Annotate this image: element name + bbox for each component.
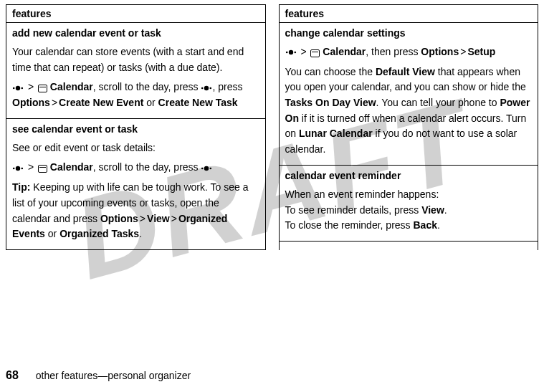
svg-point-0 <box>16 85 20 90</box>
body-change: You can choose the Default View that app… <box>285 64 533 158</box>
section-reminder: calendar event reminder When an event re… <box>280 166 538 242</box>
gt: > <box>27 81 35 92</box>
setup-label: Setup <box>467 46 495 57</box>
options-label: Options <box>421 46 459 57</box>
period: . <box>437 219 440 231</box>
nav-key-icon <box>12 84 24 92</box>
view-label: View <box>147 213 170 224</box>
period: . <box>444 204 447 216</box>
then: , then press <box>366 46 421 57</box>
calendar-icon <box>38 85 47 92</box>
svg-point-1 <box>13 87 15 89</box>
path-add: > Calendar, scroll to the day, press , p… <box>12 80 259 110</box>
svg-point-12 <box>288 50 292 54</box>
title-see: see calendar event or task <box>12 123 259 135</box>
or: or <box>45 228 59 239</box>
back-label: Back <box>413 219 436 231</box>
gt: > <box>27 161 35 173</box>
left-column: features add new calendar event or task … <box>6 4 266 250</box>
gt: > <box>299 46 307 57</box>
section-see-event: see calendar event or task See or edit e… <box>6 119 265 250</box>
page-footer: 68 other features—personal organizer <box>6 369 191 382</box>
create-new-task: Create New Task <box>158 97 238 108</box>
nav-key-icon <box>201 84 212 92</box>
options-label: Options <box>100 213 138 224</box>
create-new-event: Create New Event <box>59 97 143 108</box>
page-number: 68 <box>6 369 19 382</box>
desc-add: Your calendar can store events (with a s… <box>12 44 259 75</box>
txt: , press <box>212 81 242 92</box>
options-label: Options <box>12 97 50 108</box>
section-change-settings: change calendar settings > Calendar, the… <box>280 23 538 166</box>
svg-point-9 <box>204 166 209 171</box>
line2: To see reminder details, press View. <box>285 203 533 219</box>
path-see: > Calendar, scroll to the day, press <box>12 160 259 176</box>
txt: , scroll to the day, press <box>93 81 201 92</box>
calendar-label: Calendar <box>50 81 93 92</box>
section-add-event: add new calendar event or task Your cale… <box>6 23 265 119</box>
calendar-label: Calendar <box>50 161 93 173</box>
svg-point-13 <box>285 52 287 54</box>
txt: , scroll to the day, press <box>93 161 201 173</box>
calendar-icon <box>310 49 320 57</box>
default-view: Default View <box>376 66 435 77</box>
svg-point-10 <box>201 167 204 169</box>
calendar-icon <box>38 165 47 173</box>
view-label: View <box>421 204 444 216</box>
tip-label: Tip: <box>12 181 30 193</box>
nav-key-icon <box>12 164 24 173</box>
tasks-on-day: Tasks On Day View <box>285 97 376 108</box>
right-header: features <box>280 5 538 23</box>
gt: > <box>170 213 178 224</box>
path-change: > Calendar, then press Options>Setup <box>285 44 533 60</box>
svg-point-2 <box>22 87 24 89</box>
txt: . You can tell your phone to <box>376 97 500 108</box>
left-header: features <box>6 5 265 23</box>
svg-point-7 <box>13 167 15 169</box>
gt: > <box>138 213 147 224</box>
svg-point-3 <box>204 85 209 90</box>
or: or <box>143 97 158 108</box>
tip-see: Tip: Keeping up with life can be tough w… <box>12 180 259 242</box>
nav-key-icon <box>285 48 297 57</box>
line3: To close the reminder, press Back. <box>285 218 533 234</box>
nav-key-icon <box>201 164 212 173</box>
organized-tasks: Organized Tasks <box>59 228 139 239</box>
calendar-label: Calendar <box>323 46 366 57</box>
svg-point-6 <box>16 166 20 171</box>
page-columns: features add new calendar event or task … <box>0 0 544 250</box>
desc-see: See or edit event or task details: <box>12 140 259 156</box>
svg-point-8 <box>22 167 24 169</box>
title-add: add new calendar event or task <box>12 27 259 39</box>
txt: You can choose the <box>285 66 376 77</box>
line1: When an event reminder happens: <box>285 187 533 203</box>
gt: > <box>459 46 467 57</box>
svg-point-11 <box>210 167 212 169</box>
title-change: change calendar settings <box>285 27 533 39</box>
title-reminder: calendar event reminder <box>285 170 533 181</box>
footer-text: other features—personal organizer <box>36 370 191 381</box>
svg-point-4 <box>201 87 204 89</box>
svg-point-14 <box>294 52 296 54</box>
gt: > <box>50 97 59 108</box>
right-column: features change calendar settings > Cale… <box>279 4 539 250</box>
lunar-calendar: Lunar Calendar <box>299 128 373 139</box>
txt: To close the reminder, press <box>285 219 414 231</box>
period: . <box>139 228 142 239</box>
txt: To see reminder details, press <box>285 204 422 216</box>
